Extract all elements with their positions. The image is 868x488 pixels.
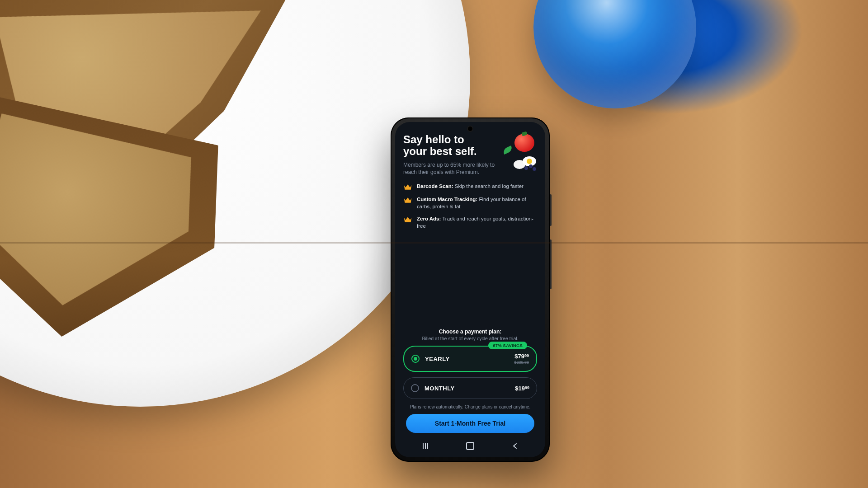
hero-section: Say hello to your best self. Members are…: [403, 134, 537, 176]
plan-price-main: $79: [514, 353, 524, 360]
hero-title-line1: Say hello to: [403, 133, 464, 145]
feature-title: Custom Macro Tracking:: [417, 197, 477, 202]
glass-prop: [533, 0, 696, 108]
plan-subheading: Billed at the start of every cycle after…: [403, 336, 537, 341]
plan-price-main: $19: [515, 385, 525, 392]
feature-title: Barcode Scan:: [417, 183, 453, 189]
plan-label: MONTHLY: [425, 385, 455, 392]
crown-icon: [403, 183, 412, 191]
plan-price: $7999 $239.88: [514, 353, 529, 365]
phone-side-button: [550, 239, 552, 289]
plan-price: $1999: [515, 385, 529, 392]
hero-title: Say hello to your best self.: [403, 134, 498, 158]
feature-item: Custom Macro Tracking: Find your balance…: [403, 196, 537, 210]
plan-price-cents: 99: [524, 353, 529, 358]
phone-side-button: [550, 194, 552, 226]
plan-price-cents: 99: [525, 385, 529, 390]
radio-selected-icon: [411, 355, 420, 363]
plan-options: 67% SAVINGS YEARLY $7999 $239.88 MONTHLY: [403, 346, 537, 399]
feature-desc: Skip the search and log faster: [455, 183, 524, 189]
renewal-fineprint: Plans renew automatically. Change plans …: [403, 404, 537, 409]
blueberries-icon: [524, 164, 538, 173]
plan-option-monthly[interactable]: MONTHLY $1999: [403, 377, 537, 399]
hero-food-illustration: ✕: [502, 134, 537, 169]
nav-back-icon[interactable]: [505, 441, 525, 450]
crown-icon: [403, 197, 412, 204]
premium-upsell-screen: Say hello to your best self. Members are…: [395, 122, 545, 457]
hero-title-line2: your best self.: [403, 145, 477, 157]
android-nav-bar: [403, 439, 537, 453]
hero-subtitle: Members are up to 65% more likely to rea…: [403, 161, 498, 176]
leaf-icon: [502, 145, 513, 155]
plan-price-strike: $239.88: [514, 360, 529, 365]
crown-icon: [403, 216, 412, 223]
phone-frame: Say hello to your best self. Members are…: [391, 117, 550, 462]
scene-backdrop: Say hello to your best self. Members are…: [0, 0, 868, 488]
start-trial-button[interactable]: Start 1-Month Free Trial: [406, 414, 534, 433]
nav-recents-icon[interactable]: [415, 441, 436, 450]
feature-text: Zero Ads: Track and reach your goals, di…: [417, 216, 537, 230]
feature-item: Barcode Scan: Skip the search and log fa…: [403, 183, 537, 191]
tomato-icon: [514, 134, 534, 152]
plan-option-yearly[interactable]: 67% SAVINGS YEARLY $7999 $239.88: [403, 346, 537, 372]
nav-home-icon[interactable]: [460, 441, 481, 450]
feature-item: Zero Ads: Track and reach your goals, di…: [403, 216, 537, 230]
plan-label: YEARLY: [425, 356, 450, 362]
phone-screen: Say hello to your best self. Members are…: [395, 122, 545, 457]
plan-heading: Choose a payment plan:: [403, 328, 537, 335]
feature-text: Custom Macro Tracking: Find your balance…: [417, 196, 537, 210]
feature-title: Zero Ads:: [417, 216, 441, 221]
plan-header: Choose a payment plan: Billed at the sta…: [403, 328, 537, 341]
radio-unselected-icon: [411, 384, 419, 392]
feature-text: Barcode Scan: Skip the search and log fa…: [417, 183, 524, 190]
savings-badge: 67% SAVINGS: [488, 342, 527, 349]
feature-list: Barcode Scan: Skip the search and log fa…: [403, 183, 537, 230]
